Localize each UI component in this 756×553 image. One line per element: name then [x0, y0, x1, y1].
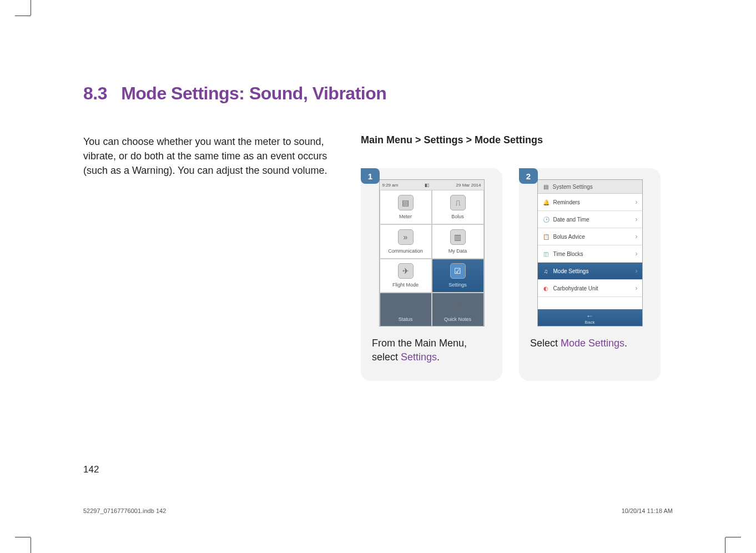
intro-paragraph: You can choose whether you want the mete… — [83, 134, 344, 381]
grid-cell-flight-mode[interactable]: ✈Flight Mode — [380, 259, 432, 293]
grid-label: My Data — [448, 248, 467, 254]
communication-icon: » — [398, 229, 414, 245]
meter-icon: ▤ — [398, 195, 414, 210]
back-arrow-icon: ← — [538, 312, 642, 320]
status-date: 29 Mar 2014 — [456, 183, 481, 188]
grid-cell-communication[interactable]: »Communication — [380, 224, 432, 259]
highlight-settings: Settings — [401, 351, 437, 363]
step-badge: 2 — [519, 168, 538, 184]
status-icon: ▭ — [398, 298, 414, 313]
breadcrumb: Main Menu > Settings > Mode Settings — [361, 134, 712, 146]
crop-mark — [31, 537, 31, 553]
back-button[interactable]: ← Back — [538, 309, 642, 326]
chevron-right-icon: › — [636, 267, 638, 275]
list-item-label: Date and Time — [553, 217, 589, 223]
section-number: 8.3 — [83, 83, 107, 103]
step-caption-2: Select Mode Settings. — [530, 336, 649, 350]
chevron-right-icon: › — [636, 284, 638, 292]
step-caption-1: From the Main Menu, select Settings. — [372, 336, 491, 364]
list-header: ▤ System Settings — [538, 180, 642, 194]
list-item-label: Time Blocks — [553, 251, 583, 257]
grid-cell-status[interactable]: ▭Status — [380, 293, 432, 326]
carbohydrate-unit-icon: ◐ — [542, 284, 550, 292]
grid-cell-bolus[interactable]: ⎍Bolus — [432, 190, 484, 224]
print-footer: 52297_07167776001.indb 142 10/20/14 11:1… — [83, 507, 673, 514]
chevron-right-icon: › — [636, 233, 638, 240]
grid-cell-my-data[interactable]: ▥My Data — [432, 224, 484, 259]
section-title: 8.3 Mode Settings: Sound, Vibration — [83, 83, 712, 104]
grid-label: Bolus — [451, 214, 464, 219]
chevron-right-icon: › — [636, 250, 638, 258]
list-item-mode-settings[interactable]: ♫Mode Settings› — [538, 263, 642, 280]
document-page: 8.3 Mode Settings: Sound, Vibration You … — [44, 28, 712, 525]
status-bar: 9:29 am ▮▯ 29 Mar 2014 — [380, 180, 484, 190]
list-item-carbohydrate-unit[interactable]: ◐Carbohydrate Unit› — [538, 280, 642, 297]
flight-mode-icon: ✈ — [398, 263, 414, 279]
reminders-icon: 🔔 — [542, 198, 550, 206]
bolus-advice-icon: 📋 — [542, 233, 550, 240]
grid-cell-settings[interactable]: ☑Settings — [432, 259, 484, 293]
list-item-label: Reminders — [553, 199, 580, 205]
list-item-label: Carbohydrate Unit — [553, 285, 598, 291]
highlight-mode-settings: Mode Settings — [561, 338, 624, 349]
bolus-icon: ⎍ — [450, 195, 466, 210]
grid-label: Communication — [388, 248, 423, 254]
list-item-label: Bolus Advice — [553, 234, 585, 240]
status-time: 9:29 am — [382, 183, 399, 188]
grid-cell-meter[interactable]: ▤Meter — [380, 190, 432, 224]
screenshot-settings-list: ▤ System Settings 🔔Reminders›🕒Date and T… — [537, 179, 643, 326]
list-item-label: Mode Settings — [553, 268, 589, 274]
step-panel-1: 1 9:29 am ▮▯ 29 Mar 2014 ▤Meter⎍Bolus»Co… — [361, 168, 502, 381]
my-data-icon: ▥ — [450, 229, 466, 245]
step-badge: 1 — [361, 168, 380, 184]
list-item-bolus-advice[interactable]: 📋Bolus Advice› — [538, 228, 642, 245]
step-panel-2: 2 ▤ System Settings 🔔Reminders›🕒Date and… — [519, 168, 661, 381]
crop-mark — [31, 0, 31, 16]
chevron-right-icon: › — [636, 198, 638, 206]
grid-cell-quick-notes[interactable]: ✎Quick Notes — [432, 293, 484, 326]
list-item-time-blocks[interactable]: ◫Time Blocks› — [538, 245, 642, 263]
grid-label: Settings — [448, 282, 467, 288]
date-and-time-icon: 🕒 — [542, 215, 550, 223]
settings-icon: ☑ — [450, 263, 466, 279]
time-blocks-icon: ◫ — [542, 250, 550, 258]
list-item-reminders[interactable]: 🔔Reminders› — [538, 194, 642, 211]
footer-filename: 52297_07167776001.indb 142 — [83, 507, 166, 514]
page-number: 142 — [83, 464, 99, 475]
section-heading: Mode Settings: Sound, Vibration — [121, 83, 386, 103]
settings-header-icon: ▤ — [542, 183, 550, 190]
screenshot-main-menu: 9:29 am ▮▯ 29 Mar 2014 ▤Meter⎍Bolus»Comm… — [379, 179, 485, 326]
chevron-right-icon: › — [636, 215, 638, 223]
grid-label: Quick Notes — [444, 316, 471, 322]
grid-label: Status — [399, 316, 413, 322]
grid-label: Flight Mode — [392, 282, 419, 288]
grid-label: Meter — [399, 214, 412, 219]
crop-mark — [725, 537, 725, 553]
list-item-date-and-time[interactable]: 🕒Date and Time› — [538, 211, 642, 228]
mode-settings-icon: ♫ — [542, 267, 550, 275]
footer-datetime: 10/20/14 11:18 AM — [622, 507, 673, 514]
quick-notes-icon: ✎ — [450, 298, 466, 313]
battery-icon: ▮▯ — [425, 183, 429, 188]
